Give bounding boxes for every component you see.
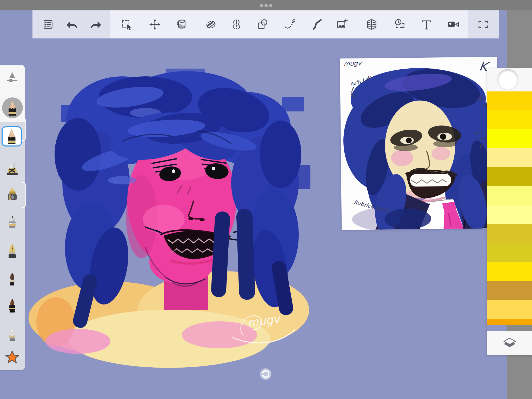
- symmetry-icon: [230, 18, 242, 30]
- predictive-stroke-icon: [284, 18, 296, 30]
- transform-tool-button[interactable]: [148, 17, 162, 32]
- airbrush-icon: [6, 187, 19, 201]
- shapes-tool-button[interactable]: [255, 17, 270, 32]
- symmetry-tool-button[interactable]: [229, 17, 244, 32]
- pastel-pencil-icon: [6, 328, 19, 343]
- sketch-app-screen: { "status_bar": { "handle_icon": "drag-h…: [0, 0, 532, 399]
- current-color-well[interactable]: [497, 69, 518, 90]
- brush-preview[interactable]: [2, 97, 23, 118]
- pencil-preview-icon: [5, 100, 20, 116]
- color-swatch[interactable]: [487, 281, 532, 300]
- ref-annotation-k: K: [478, 59, 488, 74]
- tool-technical-pen[interactable]: [4, 214, 21, 231]
- video-record-button[interactable]: [446, 17, 461, 32]
- stroke-tool-button[interactable]: [310, 17, 324, 32]
- undo-icon: [66, 18, 78, 30]
- video-camera-icon: [447, 18, 459, 30]
- shapes-icon: [257, 18, 269, 30]
- time-lapse-button[interactable]: [393, 17, 407, 32]
- ref-annotation-artist: mugv: [343, 59, 361, 68]
- color-swatch[interactable]: [487, 167, 532, 186]
- brush-group-indicator-1: [22, 117, 26, 141]
- drawing-canvas[interactable]: mugv: [0, 10, 507, 399]
- color-swatch[interactable]: [487, 243, 532, 262]
- color-swatch[interactable]: [487, 91, 532, 110]
- predictive-stroke-button[interactable]: [282, 17, 297, 32]
- redo-icon: [90, 18, 102, 30]
- brush-group-indicator-2: [22, 182, 26, 208]
- color-swatch-list: [487, 91, 532, 325]
- menu-icon: [42, 18, 54, 30]
- transform-move-icon: [149, 18, 161, 30]
- perspective-icon: [365, 18, 377, 30]
- favorites-star-button[interactable]: [4, 350, 21, 364]
- round-brush-icon: [6, 272, 19, 287]
- color-swatch[interactable]: [487, 262, 532, 281]
- ruler-tool-button[interactable]: [204, 17, 218, 32]
- tool-pastel-pencil[interactable]: [4, 327, 21, 344]
- brush-size-slider-icon: [5, 71, 19, 83]
- technical-pen-icon: [6, 215, 19, 230]
- star-icon: [5, 350, 19, 364]
- paint-brush-icon: [6, 298, 19, 314]
- layers-icon: [503, 338, 516, 349]
- selection-tool-button[interactable]: [119, 17, 134, 32]
- fullscreen-button[interactable]: [476, 17, 490, 32]
- layers-button[interactable]: [487, 331, 532, 355]
- color-swatch[interactable]: [487, 300, 532, 319]
- perspective-tool-button[interactable]: [364, 17, 379, 32]
- tool-fountain-pen[interactable]: [4, 242, 21, 260]
- undo-button[interactable]: [65, 17, 79, 32]
- color-swatch[interactable]: [487, 205, 532, 224]
- current-color-section: [487, 68, 532, 91]
- text-icon: [421, 18, 433, 30]
- import-image-icon: [336, 18, 348, 30]
- color-swatch[interactable]: [487, 110, 532, 129]
- brush-size-slider[interactable]: [4, 70, 21, 84]
- stroke-icon: [311, 18, 323, 30]
- fullscreen-icon: [477, 18, 489, 30]
- pencil-icon: [5, 129, 19, 144]
- time-lapse-icon: [394, 18, 406, 30]
- color-swatch[interactable]: [487, 129, 532, 148]
- fountain-pen-icon: [6, 243, 19, 259]
- color-swatch[interactable]: [487, 148, 532, 167]
- color-swatch[interactable]: [487, 224, 532, 243]
- fill-tool-button[interactable]: [175, 17, 189, 32]
- color-swatch[interactable]: [487, 186, 532, 205]
- menu-button[interactable]: [41, 17, 55, 32]
- tool-paint-brush[interactable]: [4, 298, 21, 315]
- ruler-icon: [205, 18, 217, 30]
- toolbar: [32, 10, 499, 38]
- tool-airbrush[interactable]: [4, 185, 21, 202]
- brush-sidebar: [0, 65, 25, 370]
- color-panel: [487, 68, 532, 355]
- status-bar: [0, 0, 532, 10]
- reference-image[interactable]: mugv fluffy hair K tiny sharp teeth Kubr…: [340, 57, 499, 230]
- fill-bucket-icon: [176, 18, 188, 30]
- canvas-rotate-puck[interactable]: [260, 368, 271, 380]
- tool-chisel-marker[interactable]: [4, 161, 21, 178]
- import-image-button[interactable]: [335, 17, 349, 32]
- chisel-marker-icon: [6, 162, 19, 176]
- text-tool-button[interactable]: [419, 17, 434, 32]
- tool-pencil-selected[interactable]: [2, 126, 22, 147]
- selection-icon: [121, 18, 133, 30]
- redo-button[interactable]: [88, 17, 103, 32]
- tool-round-brush[interactable]: [4, 271, 21, 288]
- color-swatch[interactable]: [487, 319, 532, 325]
